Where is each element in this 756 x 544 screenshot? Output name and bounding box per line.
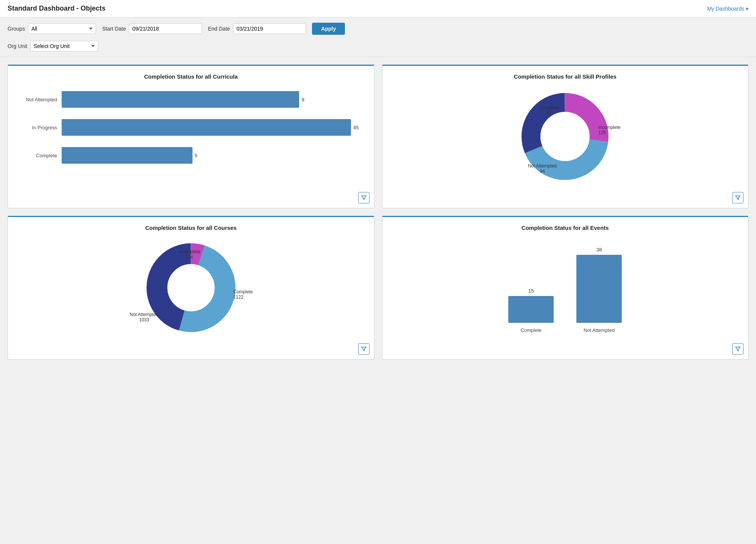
bar-row: Not Attempted 9 [19,91,359,108]
bar-label: Complete [19,153,57,158]
apply-button[interactable]: Apply [312,23,345,35]
filter-bar: Groups All Start Date End Date Apply Org… [0,17,756,57]
skill-profiles-donut-container: Complete 81 Incomplete 125 Not Attempted… [390,87,741,186]
bar-value: 5 [195,153,197,158]
bar-container: 5 [62,147,359,164]
courses-notattempted-value: 1033 [139,317,149,322]
event-bar-group: 38 Not Attempted [576,247,622,333]
event-bar-value: 38 [596,247,602,253]
bar-value: 45 [353,125,359,130]
bar-value: 9 [301,97,304,102]
skill-notattempted-value: 94 [540,169,545,174]
event-bar-group: 15 Complete [508,288,554,333]
filter-icon [735,195,740,200]
events-title: Completion Status for all Events [390,225,741,231]
groups-select[interactable]: All [28,23,96,34]
start-date-label: Start Date [102,26,126,32]
start-date-input[interactable] [129,23,202,34]
event-bar-value: 15 [528,288,534,294]
skill-profiles-filter-button[interactable] [732,192,744,203]
skill-profiles-title: Completion Status for all Skill Profiles [390,73,741,80]
end-date-filter-group: End Date [208,23,306,34]
my-dashboards-label: My Dashboards [707,6,744,12]
end-date-label: End Date [208,26,230,32]
events-bar-chart: 15 Complete 38 Not Attempted [390,239,741,337]
filter-icon [361,346,366,352]
start-date-filter-group: Start Date [102,23,202,34]
org-unit-label: Org Unit [8,43,27,49]
org-unit-row: Org Unit Select Org Unit [8,41,748,51]
events-panel: Completion Status for all Events 15 Comp… [382,216,749,360]
end-date-input[interactable] [233,23,306,34]
filter-icon [361,195,366,200]
skill-profiles-panel: Completion Status for all Skill Profiles… [382,65,749,208]
my-dashboards-link[interactable]: My Dashboards ▾ [707,6,748,12]
courses-complete-value: 1122 [233,294,244,300]
bar [62,119,351,136]
curricula-filter-button[interactable] [358,192,369,203]
bar-label: Not Attempted [19,97,57,102]
event-bar-label: Complete [520,327,542,333]
event-bar [508,296,554,323]
skill-notattempted-label: Not Attempted [528,163,557,169]
courses-notattempted-label: Not Attempted [130,312,158,317]
top-bar: Standard Dashboard - Objects My Dashboar… [0,0,756,17]
skill-incomplete-value: 125 [598,130,606,135]
bar-container: 9 [62,91,359,108]
skill-complete-label: Complete [540,105,559,110]
groups-filter-group: Groups All [8,23,96,34]
curricula-panel: Completion Status for all Curricula Not … [8,65,374,208]
bar-row: Complete 5 [19,147,359,164]
bar [62,147,192,164]
bar [62,91,299,108]
event-bar-label: Not Attempted [584,327,615,333]
event-bar [576,255,622,323]
skill-complete-value: 81 [547,110,552,116]
filter-icon [735,346,740,352]
svg-point-3 [540,112,590,161]
courses-complete-label: Complete [233,289,253,294]
page-title: Standard Dashboard - Objects [8,5,106,12]
groups-label: Groups [8,26,25,32]
courses-panel: Completion Status for all Courses Incomp… [8,216,374,360]
skill-profiles-svg: Complete 81 Incomplete 125 Not Attempted… [508,87,622,186]
org-unit-select[interactable]: Select Org Unit [30,41,98,51]
bar-row: In Progress 45 [19,119,359,136]
bar-label: In Progress [19,125,57,130]
bar-container: 45 [62,119,359,136]
curricula-bar-chart: Not Attempted 9 In Progress 45 Complete … [16,87,366,167]
courses-svg: Incomplete 114 Complete 1122 Not Attempt… [130,237,251,339]
courses-incomplete-value: 114 [185,254,193,260]
courses-filter-button[interactable] [358,343,369,355]
curricula-title: Completion Status for all Curricula [16,73,366,80]
dashboard-grid: Completion Status for all Curricula Not … [0,57,756,367]
chevron-down-icon: ▾ [746,6,748,12]
events-filter-button[interactable] [732,343,744,355]
courses-donut-container: Incomplete 114 Complete 1122 Not Attempt… [16,239,366,337]
courses-incomplete-label: Incomplete [178,249,200,254]
svg-point-7 [168,264,214,311]
skill-incomplete-label: Incomplete [598,125,621,130]
courses-title: Completion Status for all Courses [16,225,366,231]
